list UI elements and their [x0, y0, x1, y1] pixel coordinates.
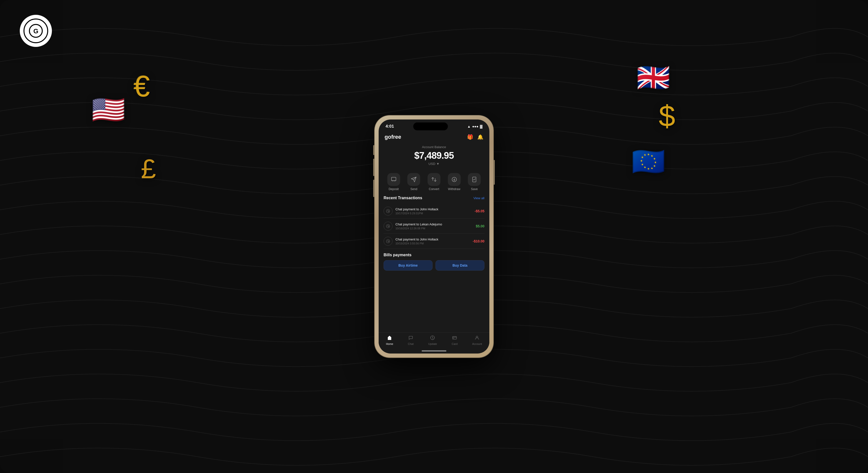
transaction-info: Chat payment to John Hollack 10/17/2024 … [396, 207, 474, 215]
svg-text:G: G [33, 27, 38, 35]
view-all-link[interactable]: View all [473, 196, 485, 200]
phone-screen: 4:01 ▲ ●●● ▓ gofree 🎁 🔔 [379, 120, 489, 353]
nav-account[interactable]: Account [472, 335, 482, 345]
transactions-title: Recent Transactions [383, 196, 423, 200]
phone-frame: 4:01 ▲ ●●● ▓ gofree 🎁 🔔 [375, 115, 493, 358]
save-button[interactable]: Save [468, 173, 481, 191]
pound-symbol: £ [141, 153, 156, 184]
status-bar: 4:01 ▲ ●●● ▓ [379, 120, 489, 130]
logo: G [20, 15, 52, 47]
status-time: 4:01 [385, 124, 394, 129]
action-row: Deposit Send [379, 171, 489, 196]
bell-icon[interactable]: 🔔 [477, 134, 484, 140]
currency-label: USD [429, 162, 435, 166]
transaction-amount: -$5.05 [474, 209, 485, 213]
phone-power-button [494, 160, 495, 185]
convert-button[interactable]: Convert [428, 173, 440, 191]
balance-currency: USD ▼ [379, 162, 489, 166]
balance-label: Account Balance [379, 145, 489, 149]
update-icon [430, 335, 435, 341]
header-icons: 🎁 🔔 [467, 134, 484, 140]
deposit-button[interactable]: Deposit [387, 173, 400, 191]
withdraw-button[interactable]: Withdraw [448, 173, 461, 191]
account-icon [474, 335, 479, 341]
home-icon [387, 335, 392, 341]
nav-home-label: Home [386, 342, 393, 345]
deposit-icon-wrap [387, 173, 400, 186]
dynamic-island [413, 123, 448, 130]
transaction-item[interactable]: Chat payment to John Hollack 10/17/2024 … [383, 204, 485, 219]
nav-card-label: Card [452, 342, 458, 345]
convert-icon-wrap [428, 173, 440, 186]
transaction-amount: $5.00 [476, 224, 485, 228]
send-label: Send [410, 188, 417, 191]
transaction-date: 10/16/2024 12:26:08 PM [396, 227, 476, 230]
currency-dropdown-icon[interactable]: ▼ [436, 162, 439, 166]
app-title: gofree [384, 134, 401, 140]
battery-icon: ▓ [480, 125, 483, 128]
phone-silent-button [373, 145, 374, 155]
phone-volume-down [373, 180, 374, 197]
eu-flag: 🇪🇺 [631, 146, 665, 177]
save-label: Save [471, 188, 477, 191]
send-button[interactable]: Send [407, 173, 420, 191]
phone-mockup: 4:01 ▲ ●●● ▓ gofree 🎁 🔔 [375, 115, 493, 358]
transaction-item[interactable]: Chat payment to Lekan Adejumo 10/16/2024… [383, 219, 485, 234]
nav-account-label: Account [472, 342, 482, 345]
transaction-amount: -$10.00 [473, 239, 485, 243]
transactions-header: Recent Transactions View all [383, 196, 485, 200]
gift-icon[interactable]: 🎁 [467, 134, 473, 140]
home-indicator [422, 350, 446, 351]
buy-data-button[interactable]: Buy Data [435, 260, 485, 271]
us-flag: 🇺🇸 [91, 94, 125, 126]
signal-icon: ●●● [472, 125, 478, 128]
balance-section: Account Balance $7,489.95 USD ▼ [379, 143, 489, 171]
app-header: gofree 🎁 🔔 [379, 130, 489, 143]
save-icon-wrap [468, 173, 481, 186]
phone-volume-up [373, 159, 374, 176]
transaction-avatar [383, 237, 393, 246]
transaction-date: 10/15/2024 3:55:56 PM [396, 242, 473, 245]
svg-rect-10 [453, 336, 457, 339]
convert-label: Convert [429, 188, 439, 191]
transaction-item[interactable]: Chat payment to John Hollack 10/15/2024 … [383, 234, 485, 249]
nav-update[interactable]: Update [428, 335, 437, 345]
nav-card[interactable]: Card [452, 335, 458, 345]
euro-symbol: € [133, 69, 150, 103]
nav-chat-label: Chat [408, 342, 413, 345]
transaction-date: 10/17/2024 5:29:31PM [396, 212, 474, 215]
send-icon-wrap [407, 173, 420, 186]
uk-flag: 🇬🇧 [637, 62, 670, 94]
card-icon [452, 335, 457, 341]
deposit-label: Deposit [389, 188, 399, 191]
wifi-icon: ▲ [467, 125, 471, 128]
transaction-name: Chat payment to Lekan Adejumo [396, 223, 476, 226]
bills-row: Buy Airtime Buy Data [383, 260, 485, 271]
transaction-avatar [383, 222, 393, 231]
dollar-symbol: $ [659, 99, 675, 133]
nav-update-label: Update [428, 342, 437, 345]
svg-rect-3 [392, 177, 396, 181]
withdraw-label: Withdraw [448, 188, 460, 191]
bottom-nav: Home Chat [379, 333, 489, 350]
transaction-info: Chat payment to Lekan Adejumo 10/16/2024… [396, 223, 476, 230]
transaction-name: Chat payment to John Hollack [396, 207, 474, 211]
content-area: Recent Transactions View all Chat pay [379, 196, 489, 333]
bills-section: Bills payments Buy Airtime Buy Data [383, 253, 485, 271]
withdraw-icon-wrap [448, 173, 461, 186]
transaction-info: Chat payment to John Hollack 10/15/2024 … [396, 237, 473, 245]
nav-chat[interactable]: Chat [408, 335, 413, 345]
nav-home[interactable]: Home [386, 335, 393, 345]
buy-airtime-button[interactable]: Buy Airtime [383, 260, 433, 271]
transaction-name: Chat payment to John Hollack [396, 237, 473, 241]
status-icons: ▲ ●●● ▓ [467, 125, 483, 128]
svg-rect-11 [453, 338, 454, 338]
chat-icon [408, 335, 413, 341]
bills-title: Bills payments [383, 253, 485, 257]
logo-inner: G [24, 19, 48, 43]
balance-amount: $7,489.95 [379, 150, 489, 161]
background: G € 🇺🇸 £ 🇬🇧 $ 🇪🇺 4:01 ▲ [0, 0, 868, 473]
transaction-avatar [383, 207, 393, 215]
